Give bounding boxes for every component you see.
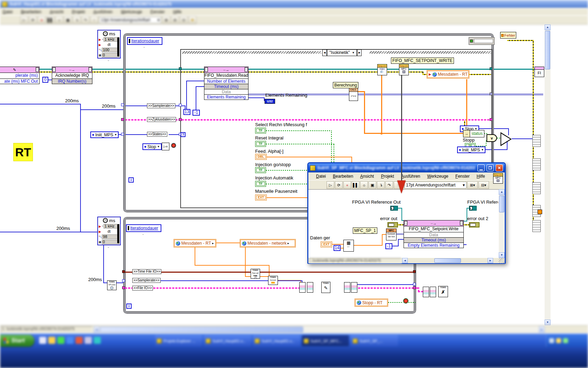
menu-hilfe[interactable]: Hilfe (473, 174, 489, 179)
subwindow-vscrollbar[interactable]: ▲ ▼ (499, 189, 505, 258)
invoke-row[interactable]: IRQ Number(s) (52, 79, 92, 84)
tunnel-file-io[interactable]: >>File IO>> (132, 286, 153, 291)
tdms-up-loop-subvi[interactable]: TDMS UP Loop (107, 280, 117, 290)
fifo-row[interactable]: Timeout (ms) (204, 84, 248, 89)
rt-free-label[interactable]: RT (13, 143, 33, 161)
quicklaunch-icon[interactable] (57, 337, 64, 344)
highlight-execution-button[interactable]: ☼ (360, 181, 368, 189)
tf-terminal[interactable]: TF (255, 141, 266, 147)
menu-ausfuehren[interactable]: Ausführen (93, 9, 113, 14)
tunnel-states[interactable]: >>States>> (147, 132, 167, 137)
error-out-terminal[interactable] (387, 222, 398, 227)
maximize-button[interactable]: ❐ (486, 164, 494, 171)
hscroll-thumb[interactable] (100, 327, 303, 333)
calc-subvi[interactable]: CALC. 1*1=2 (349, 88, 358, 101)
fifo-row[interactable]: Empty Elements Remaining (404, 243, 463, 248)
tf-terminal[interactable]: TF (255, 181, 266, 187)
menu-projekt[interactable]: Projekt (72, 9, 85, 14)
error-out2-terminal[interactable] (469, 222, 479, 227)
mfc-convert-subvi[interactable]: MFC Convert Val Volt (386, 229, 397, 240)
quicklaunch-icon[interactable] (85, 337, 92, 344)
menu-werkzeuge[interactable]: Werkzeuge (424, 174, 452, 179)
fifo-row[interactable]: Data (204, 89, 248, 94)
dbl-terminal[interactable]: DBL (255, 154, 267, 160)
quicklaunch-icon[interactable] (39, 337, 46, 344)
tray-icon[interactable] (563, 338, 568, 343)
menu-ansicht[interactable]: Ansicht (357, 174, 377, 179)
scroll-right-icon[interactable]: ► (488, 258, 493, 263)
fifo-mfc-setpoint-write-label[interactable]: FIFO_MFC_SETPOINT_WRITE (391, 57, 454, 64)
taskbar-button[interactable]: SubVI_Haupt01.v... (253, 335, 300, 346)
scroll-down-icon[interactable]: ▼ (545, 320, 551, 325)
tf-terminal[interactable]: TF (255, 128, 266, 134)
quicklaunch-icon[interactable] (66, 337, 74, 344)
shared-variable-stopp-rt[interactable]: Stopp - RT (355, 299, 388, 307)
fifo-row[interactable]: Number of Elements (204, 79, 248, 84)
tdms-time-subvi[interactable]: TDMS Fast call TIME (251, 269, 260, 279)
menu-fenster[interactable]: Fenster (452, 174, 473, 179)
main-titlebar[interactable]: SubVI_Haupt01.vi Blockdiagramm auf LV_Is… (0, 0, 588, 8)
vscroll-thumb[interactable] (545, 31, 550, 69)
resize-grip[interactable] (499, 258, 505, 263)
shared-variable-messdaten-rt-2[interactable]: Messdaten - RT▸ (174, 239, 216, 247)
abort-button[interactable]: ● (343, 181, 351, 189)
fi-partial-node[interactable]: FI (534, 67, 544, 77)
tdms-close-subvi[interactable]: TDMS ✗ (438, 286, 448, 297)
tf-terminal[interactable]: TF (255, 167, 266, 173)
pause-button[interactable]: ▌▌ (47, 16, 54, 24)
font-selector[interactable]: 13pt Anwendungsschriftart▾ (99, 16, 161, 23)
tunnel-samplerate-2[interactable]: >>Samplerate>> (132, 278, 161, 283)
scroll-left-icon[interactable]: ◄ (402, 258, 408, 263)
fifo-mfc-setpoint-write-node[interactable]: ∙∙→ FIFO_MFC_Setpoint.Write Data Timeout… (404, 220, 464, 248)
taskbar-button-active[interactable]: SubVI_SP_MFC... (302, 335, 349, 346)
label-200ms[interactable]: 200ms (88, 277, 102, 282)
timed-loop-config-bottom[interactable]: ◷ms ▶◔1 kHz ▶dt ³²₁98 ▦0 (97, 217, 121, 245)
distribute-objects-button[interactable]: ⊟ (171, 16, 179, 24)
retain-wire-values-button[interactable]: ▣ (64, 16, 72, 24)
constant-13[interactable]: 13 (183, 109, 190, 115)
loop-offset[interactable]: 0 (102, 240, 119, 244)
minimize-button[interactable]: ▁ (477, 164, 485, 171)
setpoint-mfc-subvi[interactable]: Setpoint MFC (399, 64, 409, 75)
fifo-messdaten-read-node[interactable]: ∙∙→ FIFO_Messdaten.Read Number of Elemen… (204, 67, 248, 100)
mfc-sp1-label[interactable]: MFC_SP_1 (353, 227, 377, 234)
iterationsdauer-node[interactable]: Iterationsdauer (127, 37, 162, 45)
subvi-sp-mfc-window[interactable]: SubVI_SP_MFC.vi Blockdiagramm auf LV_Iso… (307, 162, 506, 264)
error-cluster-constant[interactable] (469, 37, 495, 45)
tunnel-zyklusdaten[interactable]: >>Zyklusdaten>> (147, 117, 176, 122)
timed-loop-config-top[interactable]: ◷ms ▶◔1 kHz ▶dt ³²₁100 ▦0 (97, 30, 121, 59)
tdms-write-subvi[interactable]: TDMS ✎ (321, 282, 330, 293)
menu-fenster[interactable]: Fenster (150, 9, 165, 14)
constant-minus1[interactable]: -1 (192, 110, 200, 116)
quicklaunch-icon[interactable] (94, 337, 101, 344)
fehler-indicator[interactable]: Fehler (500, 32, 516, 39)
local-variable-init-mps-2[interactable]: ◆Iniit_MPS▼ (457, 146, 485, 153)
menu-ansicht[interactable]: Ansicht (50, 9, 63, 14)
run-continuous-button[interactable]: ⟳ (335, 181, 343, 189)
step-into-button[interactable]: ↴ (73, 16, 80, 24)
stopp-rt-led[interactable] (403, 298, 408, 304)
abort-button[interactable]: ● (38, 16, 46, 24)
shared-variable-messdaten-rt[interactable]: ▶ Messdaten - RT (427, 70, 469, 79)
menu-projekt[interactable]: Projekt (377, 174, 397, 179)
label-200ms[interactable]: 200ms (56, 226, 70, 231)
taskbar-button[interactable]: Projekt-Explorer ... (155, 335, 202, 346)
step-out-button[interactable]: ↑ (90, 16, 98, 24)
step-over-button[interactable]: ↷ (82, 16, 89, 24)
distribute-objects-button[interactable]: ⊟▾ (478, 181, 489, 189)
step-into-button[interactable]: ↴ (377, 181, 385, 189)
run-button[interactable]: ▷ (20, 16, 28, 24)
case-next-icon[interactable]: ► (357, 49, 362, 56)
resize-objects-button[interactable]: ⊡ (180, 16, 188, 24)
fpga-ref2-terminal[interactable]: ▸ (469, 206, 477, 211)
quicklaunch-icon[interactable] (48, 337, 55, 344)
scroll-up-icon[interactable]: ▲ (545, 25, 551, 30)
taskbar-button[interactable]: SubVI_Haupt01.v... (204, 335, 251, 346)
berechnung-label[interactable]: Berechnung (333, 82, 358, 88)
main-vscrollbar[interactable]: ▲ ▼ (545, 25, 551, 325)
scroll-left-icon[interactable]: ◄ (94, 326, 99, 333)
tdms-convert-subvi[interactable]: TDMS Convert (268, 276, 278, 285)
case-selector[interactable]: ◄ "Isokinetik"▼ ► (322, 49, 362, 56)
label-200ms[interactable]: 200ms (102, 103, 115, 109)
stop-led[interactable] (171, 143, 176, 148)
